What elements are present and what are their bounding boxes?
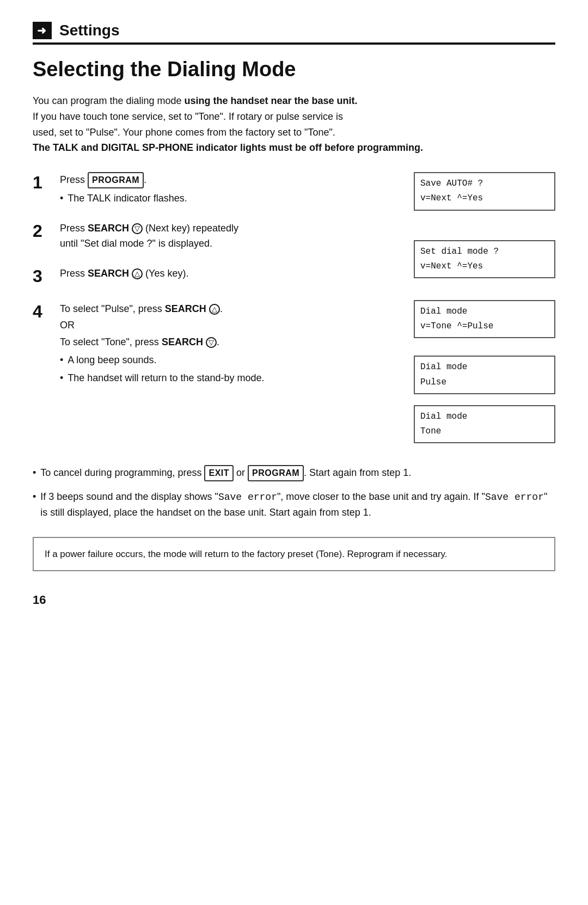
step-3: 3 Press SEARCH △ (Yes key).: [33, 266, 414, 286]
search-down-icon-4: ▽: [206, 337, 217, 348]
step-2-search: SEARCH: [88, 223, 129, 234]
step-4-search1: SEARCH: [165, 303, 206, 314]
save-error-mono-2: Save error: [485, 492, 544, 503]
search-up-icon-3: △: [132, 268, 143, 279]
display-1-line2: v=Next ^=Yes: [420, 191, 549, 206]
note-1-text: To cancel during programming, press EXIT…: [40, 465, 555, 481]
steps-and-displays: 1 Press PROGRAM. The TALK indicator flas…: [33, 172, 555, 445]
displays-right: Save AUTO# ? v=Next ^=Yes Set dial mode …: [414, 172, 555, 445]
save-error-mono-1: Save error: [218, 492, 277, 503]
intro-line1: You can program the dialing mode using t…: [33, 93, 555, 109]
step-2-number: 2: [33, 221, 60, 241]
display-1: Save AUTO# ? v=Next ^=Yes: [414, 172, 555, 210]
header-section: ➜ Settings: [33, 22, 555, 39]
step-4-search2: SEARCH: [162, 337, 203, 347]
step-4-line1: To select "Pulse", press SEARCH △.: [60, 301, 414, 317]
program-key-1: PROGRAM: [88, 172, 144, 188]
header-title: Settings: [59, 22, 119, 39]
display-2: Set dial mode ? v=Next ^=Yes: [414, 240, 555, 278]
display-5: Dial mode Tone: [414, 405, 555, 443]
step-3-body: Press SEARCH △ (Yes key).: [60, 266, 414, 282]
step-1-bullet: The TALK indicator flashes.: [60, 191, 414, 206]
intro-text: You can program the dialing mode using t…: [33, 93, 555, 156]
display-1-line1: Save AUTO# ?: [420, 176, 549, 191]
display-spacer-3: [414, 346, 555, 350]
display-3-line1: Dial mode: [420, 304, 549, 319]
notes-section: • To cancel during programming, press EX…: [33, 465, 555, 521]
step-4-bullet1: A long beep sounds.: [60, 352, 414, 368]
step-1-number: 1: [33, 172, 60, 193]
display-3: Dial mode v=Tone ^=Pulse: [414, 300, 555, 338]
step-1-text: Press PROGRAM.: [60, 174, 146, 185]
step-2-body: Press SEARCH ▽ (Next key) repeatedly unt…: [60, 221, 414, 252]
display-3-line2: v=Tone ^=Pulse: [420, 319, 549, 334]
display-2-line1: Set dial mode ?: [420, 244, 549, 259]
step-2-text2: until "Set dial mode ?" is displayed.: [60, 236, 414, 252]
step-3-search: SEARCH: [88, 268, 129, 279]
note-1-bullet: •: [33, 465, 36, 481]
search-down-icon-2: ▽: [132, 223, 143, 234]
display-5-line1: Dial mode: [420, 409, 549, 424]
display-4-line1: Dial mode: [420, 360, 549, 375]
page-title: Selecting the Dialing Mode: [33, 58, 555, 81]
intro-line3: used, set to "Pulse". Your phone comes f…: [33, 125, 555, 140]
bottom-box: If a power failure occurs, the mode will…: [33, 537, 555, 571]
note-2-text: If 3 beeps sound and the display shows "…: [40, 489, 555, 521]
display-4: Dial mode Pulse: [414, 356, 555, 394]
step-4-line2: To select "Tone", press SEARCH ▽.: [60, 334, 414, 350]
page-number: 16: [33, 593, 555, 607]
step-2: 2 Press SEARCH ▽ (Next key) repeatedly u…: [33, 221, 414, 252]
intro-bold2: The TALK and DIGITAL SP-PHONE indicator …: [33, 142, 423, 153]
display-4-line2: Pulse: [420, 375, 549, 390]
step-4: 4 To select "Pulse", press SEARCH △. OR …: [33, 301, 414, 386]
step-4-bullet2: The handset will return to the stand-by …: [60, 370, 414, 386]
step-3-number: 3: [33, 266, 60, 286]
step-3-text: Press SEARCH △ (Yes key).: [60, 268, 188, 279]
note-1: • To cancel during programming, press EX…: [33, 465, 555, 481]
bottom-box-text: If a power failure occurs, the mode will…: [45, 549, 448, 559]
note-2-bullet: •: [33, 489, 36, 505]
header-arrow-icon: ➜: [33, 22, 52, 39]
steps-left: 1 Press PROGRAM. The TALK indicator flas…: [33, 172, 414, 445]
intro-line2: If you have touch tone service, set to "…: [33, 109, 555, 125]
exit-key: EXIT: [204, 465, 234, 481]
header-rule: [33, 42, 555, 45]
search-up-icon-4: △: [209, 304, 220, 315]
display-5-line2: Tone: [420, 424, 549, 439]
step-4-number: 4: [33, 301, 60, 322]
display-spacer-1: [414, 218, 555, 235]
note-2: • If 3 beeps sound and the display shows…: [33, 489, 555, 521]
step-1-body: Press PROGRAM. The TALK indicator flashe…: [60, 172, 414, 206]
intro-bold1: using the handset near the base unit.: [185, 95, 358, 106]
intro-line4: The TALK and DIGITAL SP-PHONE indicator …: [33, 140, 555, 156]
display-spacer-2: [414, 286, 555, 295]
step-4-or: OR: [60, 317, 414, 333]
step-4-body: To select "Pulse", press SEARCH △. OR To…: [60, 301, 414, 386]
display-2-line2: v=Next ^=Yes: [420, 259, 549, 274]
step-1: 1 Press PROGRAM. The TALK indicator flas…: [33, 172, 414, 206]
program-key-2: PROGRAM: [248, 465, 304, 481]
step-2-text: Press SEARCH ▽ (Next key) repeatedly: [60, 223, 238, 234]
